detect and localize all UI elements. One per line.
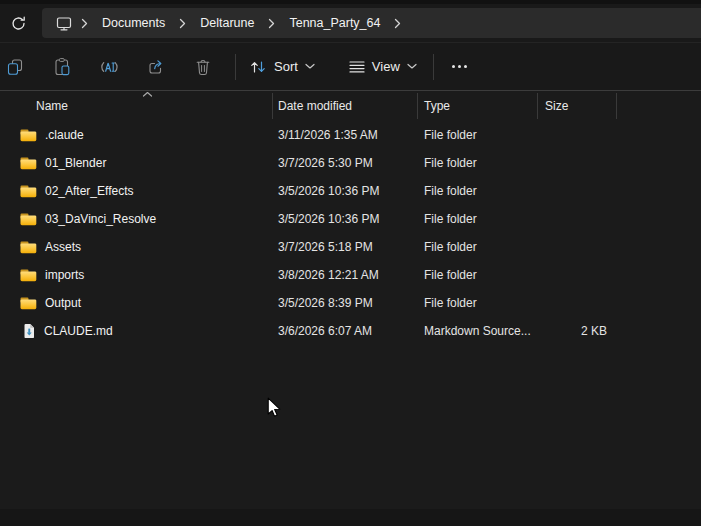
refresh-icon [10, 15, 27, 32]
address-bar[interactable]: Documents Deltarune Tenna_Party_64 [42, 8, 701, 38]
table-row[interactable]: CLAUDE.md 3/6/2026 6:07 AM Markdown Sour… [0, 317, 701, 345]
table-row[interactable]: 03_DaVinci_Resolve 3/5/2026 10:36 PM Fil… [0, 205, 701, 233]
command-toolbar: Sort View [0, 42, 701, 91]
date-modified-cell: 3/8/2026 12:21 AM [272, 268, 417, 282]
column-divider[interactable] [417, 93, 418, 119]
paste-button[interactable] [47, 50, 77, 84]
type-cell: File folder [417, 296, 537, 310]
type-cell: File folder [417, 128, 537, 142]
breadcrumb-chevron-icon[interactable] [268, 18, 275, 29]
markdown-file-icon [20, 323, 36, 339]
breadcrumb-documents[interactable]: Documents [97, 16, 170, 30]
monitor-icon[interactable] [56, 16, 72, 31]
view-list-icon [349, 60, 365, 74]
date-modified-cell: 3/5/2026 10:36 PM [272, 212, 417, 226]
rename-button[interactable] [94, 50, 124, 84]
file-name: 02_After_Effects [45, 184, 134, 198]
header-size[interactable]: Size [537, 99, 616, 113]
header-type[interactable]: Type [417, 99, 537, 113]
column-divider[interactable] [537, 93, 538, 119]
sort-ascending-icon [142, 91, 153, 98]
copy-button[interactable] [0, 50, 30, 84]
breadcrumb-deltarune[interactable]: Deltarune [195, 16, 259, 30]
type-cell: File folder [417, 268, 537, 282]
file-name-cell: .claude [0, 128, 272, 142]
ellipsis-icon [452, 65, 455, 68]
file-name-cell: Assets [0, 240, 272, 254]
type-cell: File folder [417, 184, 537, 198]
table-row[interactable]: Output 3/5/2026 8:39 PM File folder [0, 289, 701, 317]
type-cell: File folder [417, 156, 537, 170]
table-row[interactable]: Assets 3/7/2026 5:18 PM File folder [0, 233, 701, 261]
view-label: View [372, 59, 400, 74]
file-list-area: Name Date modified Type Size .claude 3/1… [0, 91, 701, 508]
folder-icon [20, 268, 37, 282]
delete-button[interactable] [188, 50, 218, 84]
file-name: Assets [45, 240, 81, 254]
date-modified-cell: 3/5/2026 8:39 PM [272, 296, 417, 310]
type-cell: File folder [417, 240, 537, 254]
size-cell: 2 KB [537, 324, 616, 338]
file-name: CLAUDE.md [44, 324, 113, 338]
file-name: .claude [45, 128, 84, 142]
folder-icon [20, 184, 37, 198]
chevron-down-icon [305, 63, 315, 70]
table-row[interactable]: 01_Blender 3/7/2026 5:30 PM File folder [0, 149, 701, 177]
date-modified-cell: 3/11/2026 1:35 AM [272, 128, 417, 142]
folder-icon [20, 240, 37, 254]
date-modified-cell: 3/6/2026 6:07 AM [272, 324, 417, 338]
file-name-cell: imports [0, 268, 272, 282]
paste-icon [52, 57, 72, 77]
status-bar [0, 509, 701, 526]
breadcrumb-chevron-icon[interactable] [179, 18, 186, 29]
view-dropdown[interactable]: View [339, 50, 427, 84]
file-name-cell: 02_After_Effects [0, 184, 272, 198]
breadcrumb-chevron-icon[interactable] [394, 18, 401, 29]
sort-label: Sort [274, 59, 298, 74]
file-name: 03_DaVinci_Resolve [45, 212, 156, 226]
column-divider[interactable] [616, 93, 617, 119]
folder-icon [20, 212, 37, 226]
file-name-cell: 01_Blender [0, 156, 272, 170]
ellipsis-icon [458, 65, 461, 68]
breadcrumb-chevron-icon [81, 18, 88, 29]
folder-icon [20, 296, 37, 310]
date-modified-cell: 3/7/2026 5:30 PM [272, 156, 417, 170]
toolbar-divider [235, 54, 236, 80]
header-name[interactable]: Name [0, 99, 272, 113]
column-divider[interactable] [272, 93, 273, 119]
date-modified-cell: 3/7/2026 5:18 PM [272, 240, 417, 254]
trash-icon [193, 57, 213, 77]
table-row[interactable]: .claude 3/11/2026 1:35 AM File folder [0, 121, 701, 149]
sort-arrows-icon [249, 59, 267, 75]
table-row[interactable]: 02_After_Effects 3/5/2026 10:36 PM File … [0, 177, 701, 205]
ellipsis-icon [464, 65, 467, 68]
date-modified-cell: 3/5/2026 10:36 PM [272, 184, 417, 198]
header-date-modified[interactable]: Date modified [272, 99, 417, 113]
more-options-button[interactable] [443, 50, 477, 84]
sort-dropdown[interactable]: Sort [239, 50, 325, 84]
file-name-cell: Output [0, 296, 272, 310]
breadcrumb-tenna-party-64[interactable]: Tenna_Party_64 [284, 16, 385, 30]
file-name-cell: 03_DaVinci_Resolve [0, 212, 272, 226]
type-cell: Markdown Source... [417, 324, 537, 338]
chevron-down-icon [407, 63, 417, 70]
toolbar-divider [433, 54, 434, 80]
address-row: Documents Deltarune Tenna_Party_64 [0, 4, 701, 42]
file-name: 01_Blender [45, 156, 106, 170]
folder-icon [20, 156, 37, 170]
folder-icon [20, 128, 37, 142]
share-button[interactable] [141, 50, 171, 84]
rename-icon [99, 58, 119, 76]
type-cell: File folder [417, 212, 537, 226]
column-headers: Name Date modified Type Size [0, 91, 701, 121]
refresh-button[interactable] [3, 8, 33, 38]
table-row[interactable]: imports 3/8/2026 12:21 AM File folder [0, 261, 701, 289]
file-name: Output [45, 296, 81, 310]
share-icon [146, 57, 166, 77]
copy-icon [5, 57, 25, 77]
file-name-cell: CLAUDE.md [0, 323, 272, 339]
file-name: imports [45, 268, 84, 282]
